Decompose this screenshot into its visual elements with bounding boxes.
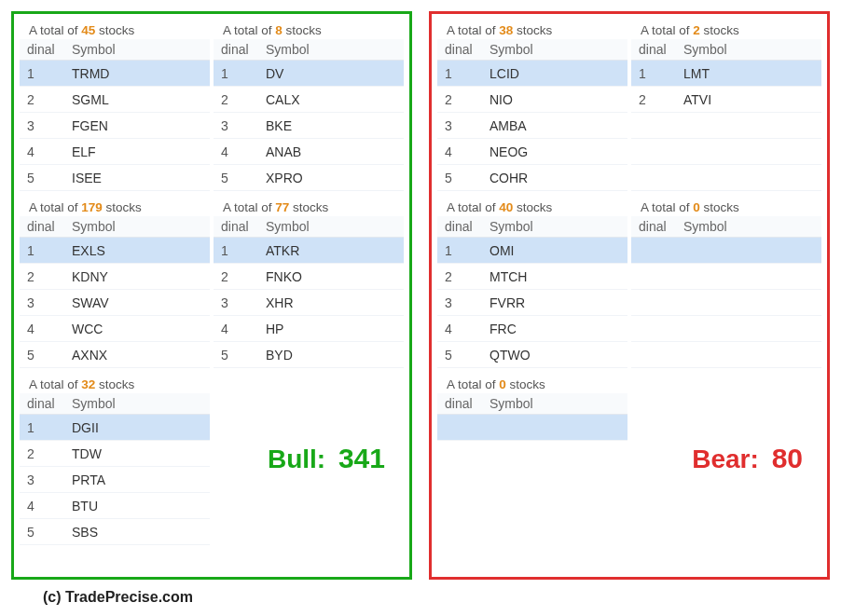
table-row[interactable]: 2ATVI — [631, 87, 821, 113]
symbol-header[interactable]: Symbol — [258, 39, 404, 61]
table-row[interactable]: 3PRTA — [20, 467, 210, 493]
symbol-header[interactable]: Symbol — [676, 39, 821, 61]
ordinal-cell: 2 — [437, 264, 482, 290]
table-row-empty: .. — [631, 264, 821, 290]
table-row[interactable]: 4ELF — [20, 139, 210, 165]
symbol-header[interactable]: Symbol — [482, 39, 627, 61]
table-row-empty: .. — [631, 165, 821, 191]
count-value: 40 — [499, 200, 513, 214]
symbol-header[interactable]: Symbol — [482, 393, 627, 415]
ordinal-cell: 4 — [214, 139, 258, 165]
table-row[interactable]: 3XHR — [214, 290, 404, 316]
count-prefix: A total of — [641, 23, 693, 37]
table-row[interactable]: 2CALX — [214, 87, 404, 113]
table-row[interactable]: 2MTCH — [437, 264, 627, 290]
symbol-cell: OMI — [482, 238, 627, 264]
table-row[interactable]: 4WCC — [20, 316, 210, 342]
table-row[interactable]: 2KDNY — [20, 264, 210, 290]
stock-card: A total of 77 stocksdinalSymbol1ATKR2FNK… — [214, 197, 404, 368]
symbol-cell: PRTA — [64, 467, 210, 493]
symbol-header[interactable]: Symbol — [64, 39, 210, 61]
table-row[interactable]: 3BKE — [214, 113, 404, 139]
table-row[interactable]: 1LMT — [631, 61, 821, 87]
table-row[interactable]: 2TDW — [20, 441, 210, 467]
table-row[interactable]: 5SBS — [20, 519, 210, 545]
count-suffix: stocks — [95, 377, 134, 391]
table-row[interactable]: 2FNKO — [214, 264, 404, 290]
ordinal-header[interactable]: dinal — [631, 216, 676, 238]
ordinal-header[interactable]: dinal — [437, 216, 482, 238]
table-row[interactable]: 3AMBA — [437, 113, 627, 139]
table-row[interactable]: 3FVRR — [437, 290, 627, 316]
table-row[interactable]: 1ATKR — [214, 238, 404, 264]
card-header: A total of 2 stocks — [631, 20, 821, 39]
table-row[interactable]: 5XPRO — [214, 165, 404, 191]
ordinal-header[interactable]: dinal — [20, 393, 64, 415]
stock-card: A total of 2 stocksdinalSymbol1LMT2ATVI.… — [631, 20, 821, 191]
table-row[interactable]: 3FGEN — [20, 113, 210, 139]
symbol-header[interactable]: Symbol — [676, 216, 821, 238]
table-row[interactable]: 1EXLS — [20, 238, 210, 264]
ordinal-header[interactable]: dinal — [437, 39, 482, 61]
symbol-cell: CALX — [258, 87, 404, 113]
table-row[interactable]: 1TRMD — [20, 61, 210, 87]
table-row[interactable]: 4FRC — [437, 316, 627, 342]
ordinal-cell: 2 — [20, 87, 64, 113]
count-prefix: A total of — [29, 23, 81, 37]
count-value: 38 — [499, 23, 513, 37]
ordinal-cell: 2 — [20, 264, 64, 290]
ordinal-cell: 3 — [20, 290, 64, 316]
bear-title: Bear: — [692, 445, 759, 473]
symbol-cell: ANAB — [258, 139, 404, 165]
ordinal-header[interactable]: dinal — [20, 39, 64, 61]
symbol-cell: ATKR — [258, 238, 404, 264]
ordinal-cell: 5 — [214, 342, 258, 368]
table-row[interactable]: 5COHR — [437, 165, 627, 191]
ordinal-header[interactable]: dinal — [214, 39, 258, 61]
table-row[interactable]: 2NIO — [437, 87, 627, 113]
symbol-header[interactable]: Symbol — [64, 393, 210, 415]
table-row-empty: .. — [631, 238, 821, 264]
table-row[interactable]: 5QTWO — [437, 342, 627, 368]
table-row[interactable]: 2SGML — [20, 87, 210, 113]
table-row-empty: .. — [631, 316, 821, 342]
bear-col-2: A total of 2 stocksdinalSymbol1LMT2ATVI.… — [629, 20, 823, 446]
symbol-cell: SWAV — [64, 290, 210, 316]
card-header: A total of 77 stocks — [214, 197, 404, 216]
table-row[interactable]: 1LCID — [437, 61, 627, 87]
table-row[interactable]: 4BTU — [20, 493, 210, 519]
ordinal-cell: 1 — [20, 238, 64, 264]
ordinal-header[interactable]: dinal — [631, 39, 676, 61]
stock-card: A total of 179 stocksdinalSymbol1EXLS2KD… — [20, 197, 210, 368]
count-prefix: A total of — [641, 200, 693, 214]
symbol-cell: SGML — [64, 87, 210, 113]
table-row[interactable]: 4ANAB — [214, 139, 404, 165]
symbol-header[interactable]: Symbol — [482, 216, 627, 238]
count-suffix: stocks — [103, 200, 142, 214]
table-row[interactable]: 5AXNX — [20, 342, 210, 368]
symbol-cell: EXLS — [64, 238, 210, 264]
count-prefix: A total of — [447, 200, 499, 214]
table-row[interactable]: 3SWAV — [20, 290, 210, 316]
ordinal-cell: 2 — [214, 264, 258, 290]
ordinal-cell: 3 — [214, 290, 258, 316]
symbol-cell: DV — [258, 61, 404, 87]
count-suffix: stocks — [283, 23, 322, 37]
ordinal-header[interactable]: dinal — [20, 216, 64, 238]
table-row[interactable]: 1DGII — [20, 415, 210, 441]
table-row[interactable]: 5BYD — [214, 342, 404, 368]
table-row[interactable]: 1OMI — [437, 238, 627, 264]
symbol-header[interactable]: Symbol — [64, 216, 210, 238]
table-row[interactable]: 5ISEE — [20, 165, 210, 191]
table-row[interactable]: 4HP — [214, 316, 404, 342]
ordinal-header[interactable]: dinal — [214, 216, 258, 238]
table-row[interactable]: 1DV — [214, 61, 404, 87]
symbol-header[interactable]: Symbol — [258, 216, 404, 238]
ordinal-header[interactable]: dinal — [437, 393, 482, 415]
count-suffix: stocks — [506, 377, 545, 391]
symbol-cell: TDW — [64, 441, 210, 467]
count-suffix: stocks — [513, 23, 552, 37]
table-row[interactable]: 4NEOG — [437, 139, 627, 165]
card-header: A total of 8 stocks — [214, 20, 404, 39]
count-prefix: A total of — [29, 200, 81, 214]
